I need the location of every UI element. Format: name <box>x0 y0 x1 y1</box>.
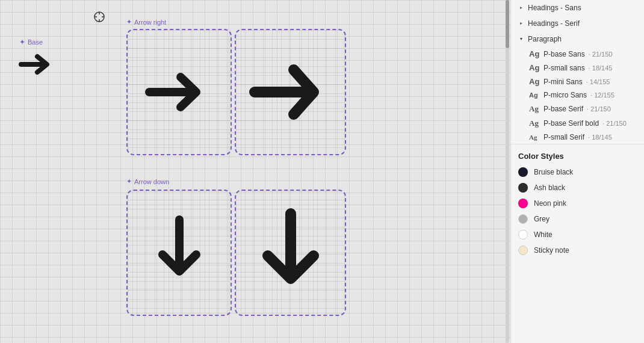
svg-marker-5 <box>520 7 522 9</box>
color-white[interactable]: White <box>511 227 644 243</box>
ag-icon-6: Ag <box>529 134 540 141</box>
style-p-micro-sans[interactable]: Ag P-micro Sans · 12/155 <box>511 88 644 102</box>
color-neon-pink[interactable]: Neon pink <box>511 196 644 211</box>
color-name-ash-black: Ash black <box>534 184 565 192</box>
color-sticky-note[interactable]: Sticky note <box>511 243 644 258</box>
ag-icon-5: Ag <box>529 119 540 128</box>
headings-sans-label: Headings - Sans <box>528 4 581 12</box>
color-name-grey: Grey <box>534 215 550 223</box>
color-ash-black[interactable]: Ash black <box>511 180 644 196</box>
cursor-icon <box>93 11 105 23</box>
color-swatch-white <box>518 230 528 239</box>
expand-arrow-serif <box>518 20 524 26</box>
sparkle-icon-right: ✦ <box>126 18 132 26</box>
color-bruise-black[interactable]: Bruise black <box>511 164 644 180</box>
sparkle-icon: ✦ <box>19 38 25 46</box>
paragraph-label: Paragraph <box>528 35 562 43</box>
style-name-5: P-base Serif bold <box>543 119 599 128</box>
ag-icon-1: Ag <box>529 63 540 72</box>
ag-icon-3: Ag <box>529 91 540 99</box>
right-panel: Headings - Sans Headings - Serif Paragra… <box>510 0 644 343</box>
color-name-neon-pink: Neon pink <box>534 199 566 208</box>
ag-icon-2: Ag <box>529 77 540 86</box>
svg-marker-6 <box>520 22 522 25</box>
arrow-down-box-1[interactable] <box>126 190 232 316</box>
style-meta-3: · 12/155 <box>590 91 615 99</box>
headings-serif-label: Headings - Serif <box>528 19 580 28</box>
style-p-base-serif-bold[interactable]: Ag P-base Serif bold · 21/150 <box>511 116 644 131</box>
sparkle-icon-down: ✦ <box>126 178 132 185</box>
scrollbar[interactable] <box>506 0 509 343</box>
color-styles-header: Color Styles <box>511 144 644 164</box>
color-name-white: White <box>534 230 553 239</box>
arrow-right-box-1[interactable] <box>126 29 232 155</box>
arrow-right-label: ✦ Arrow right <box>126 18 166 26</box>
style-name-1: P-small sans <box>543 64 585 72</box>
color-name-bruise-black: Bruise black <box>534 168 573 176</box>
style-p-base-serif[interactable]: Ag P-base Serif · 21/150 <box>511 102 644 116</box>
style-meta-1: · 18/145 <box>589 64 613 72</box>
arrow-right-box-2[interactable] <box>235 29 346 155</box>
ag-icon-0: Ag <box>529 49 540 58</box>
style-name-4: P-base Serif <box>543 105 583 113</box>
scrollbar-thumb[interactable] <box>506 0 509 48</box>
style-meta-4: · 21/150 <box>587 105 611 113</box>
headings-sans-item[interactable]: Headings - Sans <box>511 0 644 16</box>
base-label: ✦ Base <box>19 38 43 46</box>
headings-serif-item[interactable]: Headings - Serif <box>511 16 644 31</box>
ag-icon-4: Ag <box>529 104 540 114</box>
color-grey[interactable]: Grey <box>511 211 644 227</box>
arrow-down-box-2[interactable] <box>235 190 346 316</box>
style-p-small-sans[interactable]: Ag P-small sans · 18/145 <box>511 61 644 75</box>
style-name-6: P-small Serif <box>543 133 584 141</box>
style-name-2: P-mini Sans <box>543 78 583 86</box>
style-name-3: P-micro Sans <box>543 91 587 99</box>
color-swatch-neon-pink <box>518 199 528 208</box>
paragraph-item[interactable]: Paragraph <box>511 31 644 47</box>
style-meta-6: · 18/145 <box>588 134 612 141</box>
color-swatch-bruise-black <box>518 167 528 177</box>
style-p-small-serif[interactable]: Ag P-small Serif · 18/145 <box>511 131 644 144</box>
color-swatch-grey <box>518 214 528 224</box>
color-swatch-ash-black <box>518 183 528 193</box>
expand-arrow-sans <box>518 5 524 11</box>
arrow-down-label: ✦ Arrow down <box>126 178 169 185</box>
color-swatch-sticky-note <box>518 246 528 255</box>
base-arrow <box>18 48 60 86</box>
style-meta-2: · 14/155 <box>586 78 610 85</box>
style-name-0: P-base Sans <box>543 50 585 58</box>
style-p-mini-sans[interactable]: Ag P-mini Sans · 14/155 <box>511 75 644 88</box>
style-p-base-sans[interactable]: Ag P-base Sans · 21/150 <box>511 47 644 61</box>
style-meta-0: · 21/150 <box>589 51 613 58</box>
color-name-sticky-note: Sticky note <box>534 246 569 255</box>
style-meta-5: · 21/150 <box>602 120 627 127</box>
collapse-arrow-paragraph <box>518 36 524 42</box>
canvas: ✦ Base ✦ Arrow right ✦ Arrow down <box>0 0 510 343</box>
svg-marker-7 <box>520 38 522 40</box>
